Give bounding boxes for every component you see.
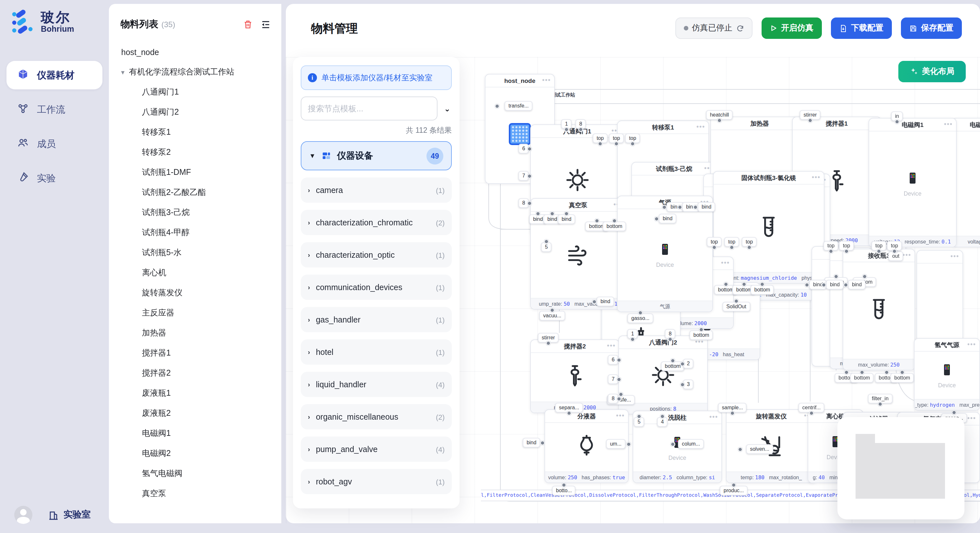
port-handle-icon[interactable] — [660, 414, 665, 419]
node-menu-icon[interactable]: ••• — [944, 119, 953, 130]
port-handle-icon[interactable] — [900, 370, 905, 374]
node-title[interactable]: 氢气气源••• — [915, 339, 979, 352]
port-handle-icon[interactable] — [654, 216, 659, 221]
canvas-node-column[interactable]: 洗脱柱•••Devicediameter: 2.5column_type: si — [633, 411, 722, 483]
beautify-layout-button[interactable]: 美化布局 — [898, 61, 966, 82]
port-handle-icon[interactable] — [495, 104, 500, 108]
port-handle-icon[interactable] — [952, 410, 956, 415]
node-title[interactable]: 固体试剂瓶3-氯化镁••• — [714, 171, 824, 185]
template-group-camera[interactable]: ›camera(1) — [301, 178, 452, 203]
port-handle-icon[interactable] — [760, 282, 765, 287]
port-handle-icon[interactable] — [564, 211, 569, 216]
node-menu-icon[interactable]: ••• — [710, 411, 718, 423]
port-handle-icon[interactable] — [730, 411, 735, 416]
port-handle-icon[interactable] — [844, 249, 849, 254]
port-handle-icon[interactable] — [544, 239, 549, 244]
tree-item[interactable]: 转移泵2 — [109, 143, 281, 163]
tree-item[interactable]: 搅拌器1 — [109, 343, 281, 363]
port-transfe[interactable]: transfe... — [504, 101, 533, 111]
sidebar-item-members[interactable]: 成员 — [6, 130, 102, 158]
port-bind[interactable]: bind — [826, 280, 843, 289]
port-handle-icon[interactable] — [616, 377, 621, 381]
tree-item[interactable]: host_node — [109, 42, 281, 62]
node-menu-icon[interactable]: ••• — [950, 251, 959, 262]
port-handle-icon[interactable] — [734, 299, 738, 303]
download-config-button[interactable]: 下载配置 — [831, 17, 892, 39]
node-menu-icon[interactable]: ••• — [542, 75, 551, 86]
start-simulation-button[interactable]: 开启仿真 — [762, 17, 822, 39]
template-group-gas_handler[interactable]: ›gas_handler(1) — [301, 307, 452, 332]
port-handle-icon[interactable] — [579, 127, 583, 132]
port-handle-icon[interactable] — [738, 447, 742, 451]
node-title[interactable]: 真空泵••• — [531, 199, 625, 212]
node-menu-icon[interactable]: ••• — [721, 257, 730, 269]
port-handle-icon[interactable] — [885, 370, 889, 374]
port-handle-icon[interactable] — [878, 402, 883, 406]
port-handle-icon[interactable] — [630, 337, 635, 342]
port-handle-icon[interactable] — [892, 249, 897, 254]
port-handle-icon[interactable] — [717, 118, 722, 123]
port-handle-icon[interactable] — [862, 274, 867, 279]
sidebar-item-experiments[interactable]: 实验 — [6, 164, 102, 192]
brand-logo[interactable]: 玻尔 Bohrium — [0, 0, 109, 35]
port-handle-icon[interactable] — [712, 245, 716, 250]
node-title[interactable]: 电磁阀1••• — [869, 119, 956, 132]
port-handle-icon[interactable] — [527, 201, 531, 205]
template-group-communication_devices[interactable]: ›communication_devices(1) — [301, 274, 452, 300]
node-title[interactable]: host_node••• — [485, 75, 554, 87]
port-handle-icon[interactable] — [829, 249, 833, 254]
port-handle-icon[interactable] — [681, 382, 685, 387]
port-handle-icon[interactable] — [540, 440, 545, 445]
node-menu-icon[interactable]: ••• — [812, 171, 821, 183]
port-handle-icon[interactable] — [821, 282, 826, 287]
port-handle-icon[interactable] — [567, 411, 571, 416]
refresh-icon[interactable] — [736, 24, 744, 32]
port-handle-icon[interactable] — [670, 359, 675, 363]
tree-item[interactable]: 旋转蒸发仪 — [109, 283, 281, 303]
search-input[interactable] — [301, 97, 438, 121]
chevron-down-icon[interactable]: ▼ — [120, 69, 129, 75]
port-handle-icon[interactable] — [527, 146, 531, 151]
port-handle-icon[interactable] — [699, 327, 703, 332]
port-handle-icon[interactable] — [742, 282, 746, 287]
template-group-robot_agv[interactable]: ›robot_agv(1) — [301, 469, 452, 494]
port-handle-icon[interactable] — [630, 141, 635, 146]
canvas-node-stirrer2[interactable]: 搅拌器2•••max_speed: 2000 — [530, 339, 620, 413]
port-handle-icon[interactable] — [562, 483, 566, 487]
port-handle-icon[interactable] — [592, 299, 597, 304]
port-handle-icon[interactable] — [662, 205, 667, 209]
port-handle-icon[interactable] — [536, 211, 540, 216]
tree-item[interactable]: 试剂瓶4-甲醇 — [109, 223, 281, 243]
port-handle-icon[interactable] — [730, 245, 734, 250]
canvas-node-recv3[interactable]: 接收瓶3•••max_volume: 250 — [843, 249, 915, 370]
tree-item[interactable]: 主反应器 — [109, 303, 281, 323]
port-handle-icon[interactable] — [877, 249, 881, 254]
template-group-characterization_chromatic[interactable]: ›characterization_chromatic(2) — [301, 210, 452, 235]
template-group-pump_and_valve[interactable]: ›pump_and_valve(4) — [301, 436, 452, 462]
node-menu-icon[interactable]: ••• — [902, 249, 911, 261]
tree-item[interactable]: 八通阀门2 — [109, 102, 281, 122]
category-instrument-devices[interactable]: ▼ 仪器设备 49 — [301, 141, 452, 170]
port-handle-icon[interactable] — [844, 370, 849, 374]
port-bind[interactable]: bind — [523, 438, 540, 447]
port-handle-icon[interactable] — [671, 442, 675, 446]
node-title[interactable]: 试剂瓶3-己烷••• — [632, 163, 716, 176]
template-group-organic_miscellaneous[interactable]: ›organic_miscellaneous(2) — [301, 404, 452, 429]
node-menu-icon[interactable]: ••• — [607, 340, 616, 352]
port-handle-icon[interactable] — [681, 362, 685, 366]
port-handle-icon[interactable] — [626, 442, 631, 446]
port-handle-icon[interactable] — [614, 141, 619, 146]
canvas-node-h2source[interactable]: 氢气气源•••Device_type: hydrogenmax_pre — [914, 338, 980, 411]
port-bind[interactable]: bind — [848, 280, 865, 289]
node-menu-icon[interactable]: ••• — [616, 410, 625, 422]
port-handle-icon[interactable] — [598, 141, 603, 146]
tree-item[interactable]: 废液瓶2 — [109, 403, 281, 424]
port-handle-icon[interactable] — [809, 411, 814, 416]
template-group-hotel[interactable]: ›hotel(1) — [301, 339, 452, 365]
tree-item[interactable]: 离心机 — [109, 263, 281, 283]
port-handle-icon[interactable] — [805, 282, 809, 287]
port-handle-icon[interactable] — [546, 341, 550, 346]
tree-item[interactable]: 搅拌器2 — [109, 363, 281, 383]
port-handle-icon[interactable] — [724, 282, 728, 287]
tree-item[interactable]: 电磁阀2 — [109, 444, 281, 464]
